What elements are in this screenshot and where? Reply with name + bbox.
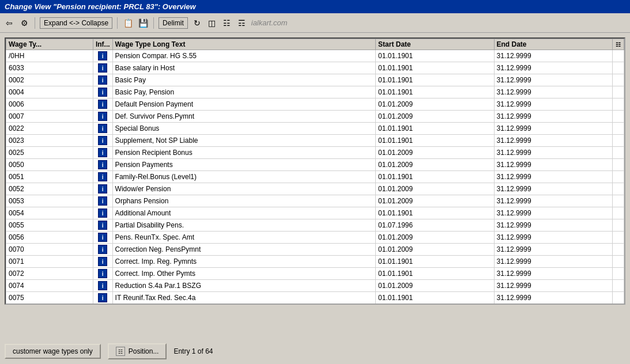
- info-icon[interactable]: i: [98, 221, 107, 230]
- info-icon[interactable]: i: [98, 148, 107, 157]
- cell-info[interactable]: i: [93, 159, 112, 171]
- cell-info[interactable]: i: [93, 268, 112, 280]
- cell-info[interactable]: i: [93, 171, 112, 183]
- table-row[interactable]: 0072iCorrect. Imp. Other Pymts01.01.1901…: [6, 268, 624, 280]
- table-row[interactable]: 0051iFamily-Rel.Bonus (Level1)01.01.1901…: [6, 171, 624, 183]
- table-icon2[interactable]: ☷: [221, 17, 233, 29]
- save-icon[interactable]: 💾: [137, 17, 149, 29]
- cell-long-text: Pens. ReunTx. Spec. Amt: [112, 232, 376, 244]
- cell-extra: [613, 268, 624, 280]
- delimit-btn[interactable]: Delimit: [159, 17, 188, 29]
- info-icon[interactable]: i: [98, 208, 107, 218]
- table-row[interactable]: /0HHiPension Compar. HG S.5501.01.190131…: [6, 50, 624, 62]
- info-icon[interactable]: i: [98, 124, 107, 133]
- cell-wage-type: 0025: [6, 147, 93, 159]
- table-row[interactable]: 0022iSpecial Bonus01.01.190131.12.9999: [6, 123, 624, 135]
- cell-end-date: 31.12.9999: [494, 98, 612, 111]
- cell-extra: [613, 183, 624, 195]
- cell-info[interactable]: i: [93, 232, 112, 244]
- cell-long-text: Additional Amount: [112, 207, 376, 219]
- cell-info[interactable]: i: [93, 183, 112, 195]
- info-icon[interactable]: i: [98, 136, 107, 145]
- cell-wage-type: 0023: [6, 135, 93, 147]
- cell-extra: [613, 256, 624, 268]
- cell-info[interactable]: i: [93, 244, 112, 256]
- cell-info[interactable]: i: [93, 147, 112, 159]
- table-row[interactable]: 0025iPension Recipient Bonus01.01.200931…: [6, 147, 624, 159]
- table-row[interactable]: 0055iPartial Disability Pens.01.07.19963…: [6, 219, 624, 232]
- cell-extra: [613, 135, 624, 147]
- back-icon[interactable]: ⇦: [3, 17, 15, 29]
- customer-wage-types-btn[interactable]: customer wage types only: [5, 344, 101, 359]
- info-icon[interactable]: i: [98, 269, 107, 278]
- table-row[interactable]: 0023iSupplement, Not SP Liable01.01.1901…: [6, 135, 624, 147]
- settings-icon[interactable]: ⚙: [18, 17, 30, 29]
- info-icon[interactable]: i: [98, 257, 107, 266]
- cell-info[interactable]: i: [93, 123, 112, 135]
- info-icon[interactable]: i: [98, 112, 107, 121]
- cell-info[interactable]: i: [93, 256, 112, 268]
- cell-wage-type: 6033: [6, 62, 93, 74]
- info-icon[interactable]: i: [98, 293, 107, 302]
- info-icon[interactable]: i: [98, 233, 107, 242]
- table-row[interactable]: 0070iCorrection Neg. PensPymnt01.01.2009…: [6, 244, 624, 256]
- footer-bar: customer wage types only ☷ Position... E…: [0, 339, 630, 364]
- cell-info[interactable]: i: [93, 280, 112, 292]
- info-icon[interactable]: i: [98, 100, 107, 109]
- col-header-wage-type: Wage Ty...: [6, 39, 93, 50]
- info-icon[interactable]: i: [98, 172, 107, 181]
- cell-end-date: 31.12.9999: [494, 111, 612, 123]
- position-btn[interactable]: ☷ Position...: [108, 343, 167, 359]
- info-icon[interactable]: i: [98, 245, 107, 254]
- cell-info[interactable]: i: [93, 292, 112, 304]
- cell-info[interactable]: i: [93, 86, 112, 98]
- table-wrapper[interactable]: Wage Ty... Inf... Wage Type Long Text St…: [6, 39, 624, 304]
- table-row[interactable]: 0006iDefault Pension Payment01.01.200931…: [6, 98, 624, 111]
- cell-info[interactable]: i: [93, 135, 112, 147]
- table-row[interactable]: 0050iPension Payments01.01.200931.12.999…: [6, 159, 624, 171]
- info-icon[interactable]: i: [98, 51, 107, 60]
- info-icon[interactable]: i: [98, 184, 107, 194]
- table-row[interactable]: 0053iOrphans Pension01.01.200931.12.9999: [6, 195, 624, 207]
- info-icon[interactable]: i: [98, 281, 107, 290]
- cell-info[interactable]: i: [93, 219, 112, 232]
- table-row[interactable]: 0004iBasic Pay, Pension01.01.190131.12.9…: [6, 86, 624, 98]
- cell-info[interactable]: i: [93, 195, 112, 207]
- table-row[interactable]: 0002iBasic Pay01.01.190131.12.9999: [6, 74, 624, 86]
- cell-start-date: 01.01.2009: [376, 98, 494, 111]
- table-row[interactable]: 6033iBase salary in Host01.01.190131.12.…: [6, 62, 624, 74]
- table-row[interactable]: 0052iWidow/er Pension01.01.200931.12.999…: [6, 183, 624, 195]
- cell-long-text: Pension Payments: [112, 159, 376, 171]
- info-icon[interactable]: i: [98, 88, 107, 97]
- col-header-grid[interactable]: ☷: [613, 39, 624, 50]
- table-row[interactable]: 0054iAdditional Amount01.01.190131.12.99…: [6, 207, 624, 219]
- cell-end-date: 31.12.9999: [494, 62, 612, 74]
- table-row[interactable]: 0075iIT Reunif.Tax Red. Sec.4a01.01.1901…: [6, 292, 624, 304]
- info-icon[interactable]: i: [98, 196, 107, 206]
- cell-extra: [613, 50, 624, 62]
- cell-long-text: Correction Neg. PensPymnt: [112, 244, 376, 256]
- cell-wage-type: 0051: [6, 171, 93, 183]
- expand-collapse-btn[interactable]: Expand <-> Collapse: [40, 17, 112, 29]
- table-icon1[interactable]: ◫: [206, 17, 218, 29]
- table-row[interactable]: 0056iPens. ReunTx. Spec. Amt01.01.200931…: [6, 232, 624, 244]
- info-icon[interactable]: i: [98, 160, 107, 169]
- info-icon[interactable]: i: [98, 75, 107, 85]
- cell-wage-type: 0052: [6, 183, 93, 195]
- cell-info[interactable]: i: [93, 74, 112, 86]
- table-row[interactable]: 0074iReduction S.4a Par.1 BSZG01.01.2009…: [6, 280, 624, 292]
- cell-info[interactable]: i: [93, 62, 112, 74]
- table-row[interactable]: 0007iDef. Survivor Pens.Pymnt01.01.20093…: [6, 111, 624, 123]
- cell-info[interactable]: i: [93, 50, 112, 62]
- info-icon[interactable]: i: [98, 63, 107, 73]
- cell-info[interactable]: i: [93, 207, 112, 219]
- cell-end-date: 31.12.9999: [494, 280, 612, 292]
- cell-info[interactable]: i: [93, 111, 112, 123]
- undo-icon[interactable]: ↻: [191, 17, 203, 29]
- cell-long-text: Widow/er Pension: [112, 183, 376, 195]
- cell-info[interactable]: i: [93, 98, 112, 111]
- table-row[interactable]: 0071iCorrect. Imp. Reg. Pymnts01.01.1901…: [6, 256, 624, 268]
- toolbar-separator-3: [153, 17, 154, 29]
- table-icon3[interactable]: ☶: [236, 17, 248, 29]
- copy-icon[interactable]: 📋: [122, 17, 134, 29]
